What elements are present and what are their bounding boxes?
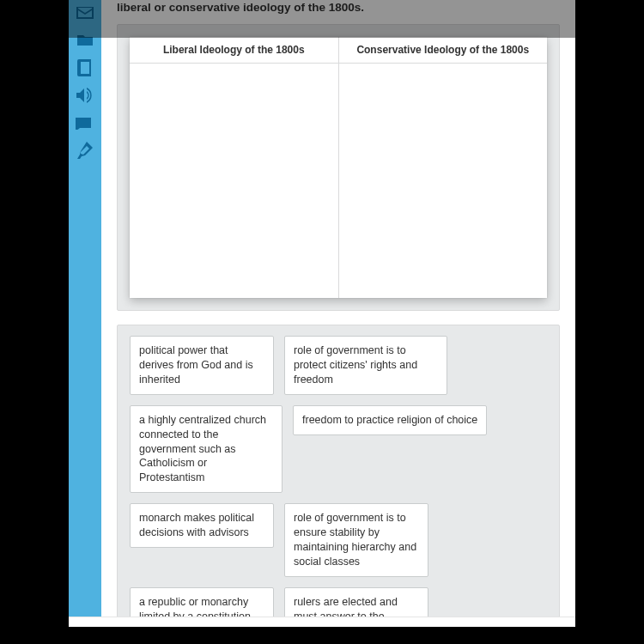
drop-zone-card: Liberal Ideology of the 1800s Conservati… [117, 24, 560, 311]
drop-table: Liberal Ideology of the 1800s Conservati… [130, 37, 547, 298]
sidebar-folder[interactable] [70, 29, 100, 55]
answer-tile[interactable]: freedom to practice religion of choice [293, 405, 487, 435]
highlighter-icon [77, 142, 93, 162]
bottom-toolbar [69, 617, 575, 627]
answer-tile[interactable]: political power that derives from God an… [130, 336, 274, 395]
answer-tile[interactable]: a highly centralized church connected to… [130, 405, 283, 493]
drop-column-liberal[interactable]: Liberal Ideology of the 1800s [130, 37, 339, 298]
app-frame: liberal or conservative ideology of the … [69, 0, 575, 618]
answer-tile[interactable]: monarch makes political decisions with a… [130, 503, 274, 548]
tile-row: monarch makes political decisions with a… [130, 503, 547, 577]
answer-tile[interactable]: role of government is to protect citizen… [284, 336, 447, 395]
speaker-icon [76, 88, 94, 106]
book-icon [77, 59, 93, 80]
mail-icon [76, 7, 94, 22]
answer-tile[interactable]: role of government is to ensure stabilit… [284, 503, 428, 577]
column-header: Liberal Ideology of the 1800s [130, 37, 338, 64]
folder-icon [76, 33, 94, 51]
tile-row: political power that derives from God an… [130, 336, 547, 395]
column-header: Conservative Ideology of the 1800s [339, 37, 548, 64]
sidebar-highlight[interactable] [70, 139, 100, 165]
sidebar-audio[interactable] [70, 84, 100, 110]
sidebar-book[interactable] [70, 57, 100, 82]
question-instruction: liberal or conservative ideology of the … [117, 0, 560, 24]
main-content: liberal or conservative ideology of the … [101, 0, 575, 618]
note-icon [76, 116, 94, 133]
sidebar-note[interactable] [70, 112, 100, 137]
answer-bank: political power that derives from God an… [117, 325, 560, 618]
answer-tile[interactable]: a republic or monarchy limited by a cons… [130, 587, 274, 618]
sidebar-mail[interactable] [70, 2, 100, 27]
answer-tile[interactable]: rulers are elected and must answer to th… [284, 587, 428, 618]
drop-column-conservative[interactable]: Conservative Ideology of the 1800s [339, 37, 548, 298]
tile-row: a highly centralized church connected to… [130, 405, 547, 493]
tool-sidebar [69, 0, 101, 618]
tile-row: a republic or monarchy limited by a cons… [130, 587, 547, 618]
